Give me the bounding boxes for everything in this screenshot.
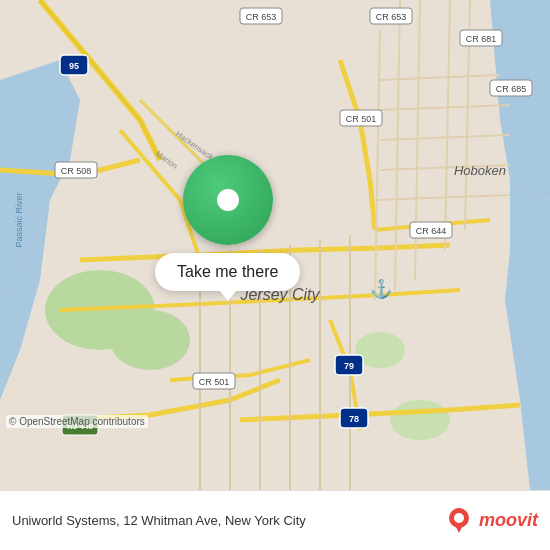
svg-text:95: 95 xyxy=(69,61,79,71)
svg-text:⚓: ⚓ xyxy=(370,278,393,300)
svg-text:Passaic River: Passaic River xyxy=(14,192,24,247)
svg-text:79: 79 xyxy=(344,361,354,371)
moovit-logo: moovit xyxy=(443,505,538,537)
moovit-icon xyxy=(443,505,475,537)
osm-credit: © OpenStreetMap contributors xyxy=(6,415,148,428)
svg-text:Hoboken: Hoboken xyxy=(454,163,506,178)
svg-point-6 xyxy=(110,310,190,370)
svg-text:CR 653: CR 653 xyxy=(246,12,277,22)
location-text: Uniworld Systems, 12 Whitman Ave, New Yo… xyxy=(12,513,443,528)
map-area: CR 653 CR 653 CR 681 CR 685 CR 508 CR 50… xyxy=(0,0,550,490)
svg-text:CR 681: CR 681 xyxy=(466,34,497,44)
moovit-text: moovit xyxy=(479,510,538,531)
svg-marker-57 xyxy=(455,525,463,533)
location-pin-circle: ● xyxy=(183,155,273,245)
svg-text:CR 501: CR 501 xyxy=(199,377,230,387)
bottom-bar: Uniworld Systems, 12 Whitman Ave, New Yo… xyxy=(0,490,550,550)
svg-point-56 xyxy=(454,513,464,523)
svg-text:CR 685: CR 685 xyxy=(496,84,527,94)
svg-text:CR 644: CR 644 xyxy=(416,226,447,236)
svg-text:CR 501: CR 501 xyxy=(346,114,377,124)
svg-point-8 xyxy=(390,400,450,440)
take-me-there-button[interactable]: Take me there xyxy=(155,253,300,291)
svg-text:CR 653: CR 653 xyxy=(376,12,407,22)
svg-text:CR 508: CR 508 xyxy=(61,166,92,176)
svg-text:78: 78 xyxy=(349,414,359,424)
map-tooltip: ● Take me there xyxy=(155,155,300,291)
